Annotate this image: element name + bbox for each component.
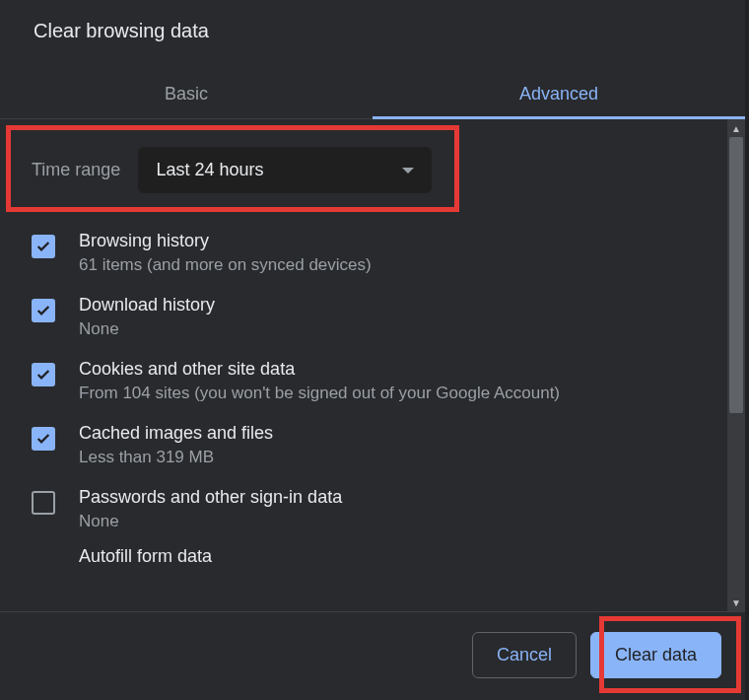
time-range-row: Time range Last 24 hours [0,119,727,221]
tab-basic-label: Basic [165,84,208,104]
time-range-value: Last 24 hours [156,160,263,180]
content-wrapper: Time range Last 24 hours Browsing histor… [0,119,745,611]
item-sub: None [79,512,342,531]
checkbox-browsing-history[interactable] [32,235,55,258]
item-row-cookies: Cookies and other site data From 104 sit… [0,349,727,413]
scrollbar-thumb[interactable] [729,137,743,413]
item-row-autofill: Autofill form data [0,541,727,567]
item-sub: From 104 sites (you won't be signed out … [79,384,560,403]
item-row-browsing-history: Browsing history 61 items (and more on s… [0,221,727,285]
scrollbar-down-icon[interactable]: ▼ [727,594,745,611]
time-range-label: Time range [32,160,120,180]
item-title: Cookies and other site data [79,359,560,380]
checkbox-passwords[interactable] [32,491,55,515]
dialog-title: Clear browsing data [0,0,745,42]
cancel-button[interactable]: Cancel [472,632,577,678]
scrollbar-up-icon[interactable]: ▲ [727,119,745,137]
clear-data-button-label: Clear data [615,645,697,665]
checkbox-cookies[interactable] [32,363,55,386]
check-icon [35,367,51,383]
clear-data-button[interactable]: Clear data [590,632,721,678]
tabs: Basic Advanced [0,70,745,119]
dialog-footer: Cancel Clear data [0,611,745,700]
cancel-button-label: Cancel [497,645,552,665]
tab-basic[interactable]: Basic [0,70,373,118]
item-text: Passwords and other sign-in data None [79,487,342,531]
item-text: Cached images and files Less than 319 MB [79,423,273,467]
content: Time range Last 24 hours Browsing histor… [0,119,727,611]
check-icon [35,431,51,447]
tab-advanced[interactable]: Advanced [373,70,745,118]
item-title: Cached images and files [79,423,273,444]
item-text: Autofill form data [79,546,212,567]
item-title: Autofill form data [79,546,212,567]
item-sub: Less than 319 MB [79,448,273,467]
item-text: Browsing history 61 items (and more on s… [79,231,372,275]
check-icon [35,303,51,318]
clear-browsing-data-dialog: Clear browsing data Basic Advanced Time … [0,0,745,700]
item-text: Download history None [79,295,215,339]
item-sub: None [79,319,215,339]
item-title: Download history [79,295,215,315]
item-title: Browsing history [79,231,372,251]
item-text: Cookies and other site data From 104 sit… [79,359,560,403]
tab-advanced-label: Advanced [519,84,598,104]
time-range-select[interactable]: Last 24 hours [138,147,432,193]
checkbox-cache[interactable] [32,427,55,451]
chevron-down-icon [402,168,414,174]
checkbox-download-history[interactable] [32,299,55,322]
check-icon [35,239,51,254]
item-title: Passwords and other sign-in data [79,487,342,508]
item-row-cache: Cached images and files Less than 319 MB [0,413,727,477]
item-sub: 61 items (and more on synced devices) [79,255,372,275]
item-row-passwords: Passwords and other sign-in data None [0,477,727,541]
scrollbar[interactable]: ▲ ▼ [727,119,745,611]
item-row-download-history: Download history None [0,285,727,349]
